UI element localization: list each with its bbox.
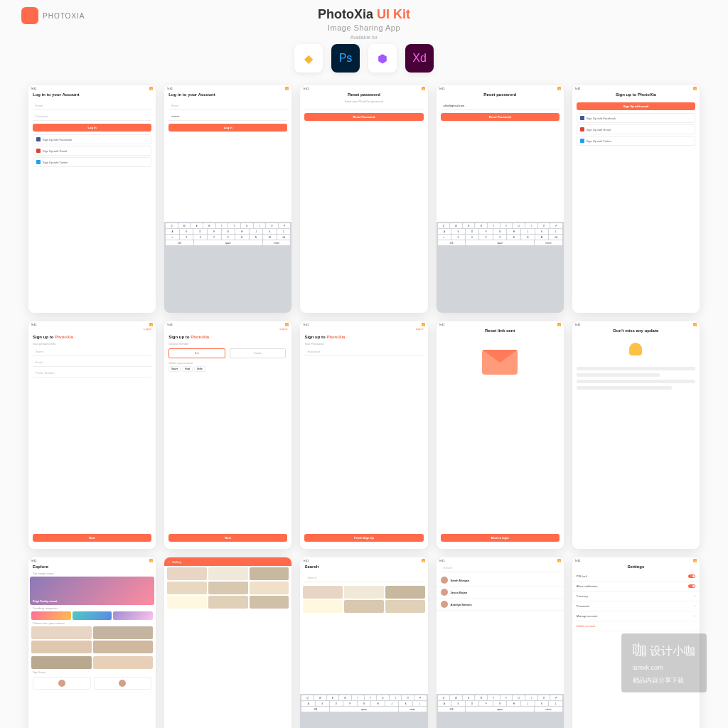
available-label: Available for [350,35,378,40]
screen-signup-gender[interactable]: 9:41📶 Log in Sign up to PhotoXia Choose … [164,321,291,549]
screen-signup-info[interactable]: 9:41📶 Log in Sign up to PhotoXia Your pe… [28,321,156,549]
gmail-button[interactable]: Sign Up with Gmail [33,146,151,156]
reset-button[interactable]: Reset Password [304,113,423,121]
screen-reset[interactable]: 9:41📶 Reset password Enter your PhotoXia… [300,85,427,313]
female-option[interactable]: Female [230,348,287,358]
screen-search-people[interactable]: 9:41📶 Search Sarah Morgan Jesus Bojan An… [437,557,564,728]
fb-button[interactable]: Sign Up with Facebook [33,134,151,144]
login-button[interactable]: Log In [33,124,151,132]
twitter-button[interactable]: Sign Up with Twitter [33,157,151,167]
sketch-icon: ◆ [294,44,323,73]
signup-email-button[interactable]: Sign Up with email [577,102,695,110]
screen-signup[interactable]: 9:41📶 Sign up to PhotoXia Sign Up with e… [572,85,700,313]
tools-row: ◆ Ps ⬢ Xd [294,44,434,73]
notif-toggle[interactable] [688,584,695,588]
photoshop-icon: Ps [331,44,360,73]
screen-gallery-orange[interactable]: ←Gallery [164,557,291,728]
screen-search[interactable]: 9:41📶 Search Search QWERTYUIOP ASDFGHJKL… [300,557,427,728]
pin-toggle[interactable] [688,574,695,578]
logo-icon [21,7,38,24]
page-subtitle: Image Sharing App [328,23,400,32]
male-option[interactable]: Male [168,348,225,358]
search-input[interactable]: Search [304,574,423,582]
screen-explore[interactable]: 9:41📶 Explore Top image today Kogi Cosby… [28,557,156,728]
screen-update[interactable]: 9:41📶 Don't miss any update [572,321,700,549]
envelope-icon [482,350,518,375]
page-title: PhotoXia UI Kit [318,7,410,22]
screen-login-keyboard[interactable]: 9:41📶 Log in to your Account Email •••••… [164,85,291,313]
screen-login[interactable]: 9:41📶 Log in to your Account Email Passw… [28,85,156,313]
logo-text: PHOTOXIA [43,12,85,20]
bell-icon [629,343,642,355]
figma-icon: ⬢ [368,44,397,73]
brand-logo: PHOTOXIA [21,7,85,24]
keyboard[interactable]: QWERTYUIOP ASDFGHJKL ⇧ZXCVBNM⌫ 123spacer… [164,222,291,313]
screen-signup-pwd[interactable]: 9:41📶 Log in Sign up to PhotoXia Your Pa… [300,321,427,549]
screen-reset-keyboard[interactable]: 9:41📶 Reset password alex@gmail.com Rese… [437,85,564,313]
screen-link-sent[interactable]: 9:41📶 Reset link sent Back to login [437,321,564,549]
watermark: 咖 设计小咖 iamxk.com 精品内容分享下载 [621,633,707,692]
password-field[interactable]: Password [33,112,151,121]
xd-icon: Xd [405,44,434,73]
email-field[interactable]: Email [33,102,151,110]
